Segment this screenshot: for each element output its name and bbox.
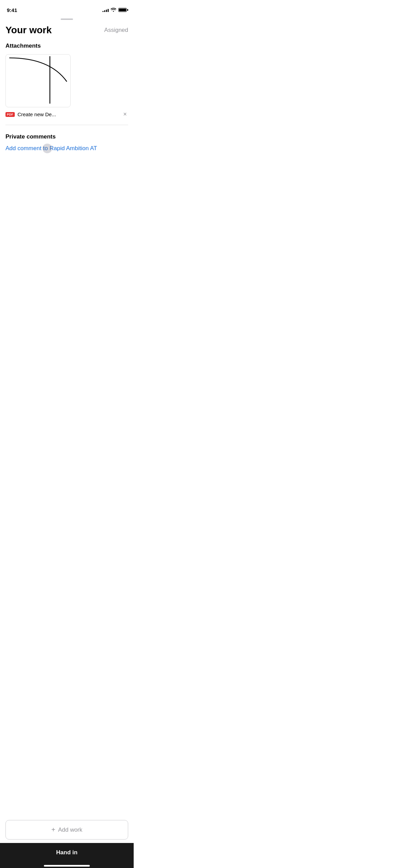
- attachment-thumbnail[interactable]: [5, 54, 71, 107]
- header-row: Your work Assigned: [5, 22, 128, 43]
- attachments-section: Attachments PDF Create new De... ×: [5, 43, 128, 118]
- attachments-title: Attachments: [5, 43, 128, 49]
- pdf-badge: PDF: [5, 112, 15, 117]
- status-icons: [102, 8, 127, 13]
- page-title: Your work: [5, 25, 52, 36]
- private-comments-section: Private comments Add comment to Rapid Am…: [5, 133, 128, 152]
- remove-attachment-button[interactable]: ×: [122, 111, 128, 118]
- status-bar: 9:41: [0, 0, 134, 15]
- attachment-file-row: PDF Create new De... ×: [5, 111, 128, 118]
- bottom-spacer: [0, 160, 134, 229]
- wifi-icon: [111, 8, 116, 13]
- section-divider: [5, 125, 128, 125]
- main-content: Your work Assigned Attachments PDF Creat…: [0, 22, 134, 152]
- file-name: Create new De...: [17, 111, 119, 117]
- battery-icon: [118, 8, 127, 12]
- touch-ripple: [42, 144, 52, 153]
- drag-handle[interactable]: [0, 15, 134, 22]
- private-comments-title: Private comments: [5, 133, 128, 140]
- status-time: 9:41: [7, 7, 17, 13]
- signal-icon: [102, 8, 109, 12]
- add-comment-link[interactable]: Add comment to Rapid Ambition AT: [5, 145, 97, 152]
- assigned-filter-label[interactable]: Assigned: [104, 27, 128, 34]
